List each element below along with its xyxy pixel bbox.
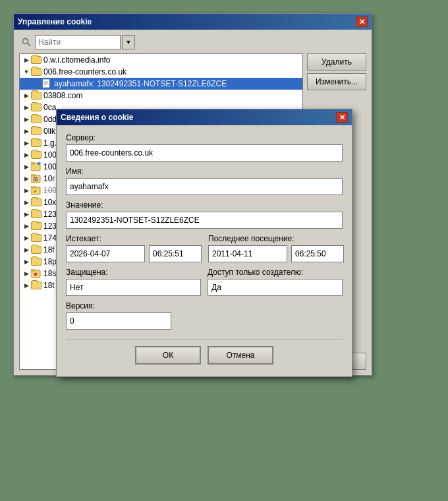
search-icon-wrap xyxy=(19,35,34,49)
protected-input[interactable] xyxy=(66,279,201,296)
folder-icon xyxy=(31,67,42,76)
detail-title: Сведения о cookie xyxy=(61,113,134,122)
tree-arrow: ▶ xyxy=(22,222,30,230)
folder-icon xyxy=(31,150,42,160)
access-label: Доступ только создателю: xyxy=(208,268,343,277)
folder-icon xyxy=(31,91,42,100)
tree-item[interactable]: ▼ 006.free-counters.co.uk xyxy=(20,66,302,78)
globe-folder-icon xyxy=(31,174,42,183)
folder-icon xyxy=(31,245,42,254)
tree-item-label: 1.g. xyxy=(43,138,57,148)
edit-button[interactable]: Изменить... xyxy=(307,73,366,90)
tree-arrow: ▶ xyxy=(22,234,30,242)
lastvisit-col: Последнее посещение: xyxy=(208,234,344,262)
detail-body: Сервер: Имя: Значение: Истекает: Последн… xyxy=(57,125,352,376)
tree-arrow: ▶ xyxy=(22,175,30,183)
detail-close-button[interactable]: ✕ xyxy=(336,112,348,123)
version-input[interactable] xyxy=(66,312,171,330)
detail-buttons-row: ОК Отмена xyxy=(66,339,343,368)
tree-arrow: ▶ xyxy=(22,246,30,254)
tree-item-label: 18t xyxy=(43,281,55,290)
dropdown-arrow: ▼ xyxy=(126,39,132,45)
tree-item-label: 18p xyxy=(43,257,57,266)
tree-arrow: ▶ xyxy=(22,139,30,147)
svg-text:✓: ✓ xyxy=(33,189,38,194)
tree-item-label: 18s xyxy=(43,269,56,278)
folder-icon xyxy=(31,115,42,124)
file-icon xyxy=(42,79,52,88)
folder-icon xyxy=(31,103,42,112)
svg-rect-15 xyxy=(31,186,35,188)
tree-item[interactable]: ▶ 03808.com xyxy=(20,90,302,102)
tree-item-label: 0ca xyxy=(43,103,56,112)
tree-item-label: 123 xyxy=(43,221,57,231)
tree-item-label: 0.w.i.cltomedia.info xyxy=(43,55,110,65)
folder-special2-icon xyxy=(31,269,42,278)
tree-arrow: ▶ xyxy=(22,187,30,194)
expires-date-input[interactable] xyxy=(66,245,145,262)
tree-arrow: ▶ xyxy=(22,281,30,289)
tree-item-label: 10r xyxy=(43,174,55,183)
main-close-button[interactable]: ✕ xyxy=(356,16,368,27)
tree-arrow: ▶ xyxy=(22,258,30,266)
expires-col: Истекает: xyxy=(66,234,202,262)
folder-icon xyxy=(31,281,42,290)
tree-arrow: ▶ xyxy=(22,127,30,135)
lastvisit-label: Последнее посещение: xyxy=(208,234,344,243)
folder-special-icon xyxy=(31,162,42,171)
value-label: Значение: xyxy=(66,200,343,210)
version-label: Версия: xyxy=(66,301,343,310)
folder-icon xyxy=(31,233,42,243)
tree-item-label: 006.free-counters.co.uk xyxy=(43,67,126,76)
svg-rect-18 xyxy=(31,269,35,271)
tree-item-label: 100 xyxy=(43,186,57,195)
tree-arrow: ▶ xyxy=(22,270,30,278)
main-title: Управление cookie xyxy=(18,17,92,26)
search-input[interactable] xyxy=(35,35,121,49)
lastvisit-time-input[interactable] xyxy=(291,245,344,262)
expires-time-input[interactable] xyxy=(149,245,202,262)
folder-icon xyxy=(31,198,42,207)
search-icon xyxy=(22,38,31,47)
delete-button[interactable]: Удалить xyxy=(307,53,366,71)
expires-date-time xyxy=(66,245,202,262)
access-input[interactable] xyxy=(208,279,343,296)
folder-icon xyxy=(31,127,42,136)
cancel-button[interactable]: Отмена xyxy=(208,346,273,365)
name-input[interactable] xyxy=(66,178,343,195)
folder-icon xyxy=(31,221,42,231)
protected-col: Защищена: xyxy=(66,268,201,296)
check-folder-svg: ✓ xyxy=(31,186,42,195)
tree-item-label: 03808.com xyxy=(43,91,82,100)
protected-access-row: Защищена: Доступ только создателю: xyxy=(66,268,343,296)
tree-arrow: ▶ xyxy=(22,163,30,171)
tree-item[interactable]: ▶ 0.w.i.cltomedia.info xyxy=(20,54,302,66)
svg-point-0 xyxy=(23,39,28,44)
folder-check-icon: ✓ xyxy=(31,186,42,195)
svg-point-8 xyxy=(37,162,41,165)
svg-point-19 xyxy=(34,273,38,276)
globe-svg xyxy=(31,174,42,183)
detail-title-bar: Сведения о cookie ✕ xyxy=(57,109,352,125)
name-label: Имя: xyxy=(66,167,343,176)
protected-label: Защищена: xyxy=(66,268,201,277)
tree-item-label: 174 xyxy=(43,233,57,243)
tree-item-label: 10x xyxy=(43,198,56,207)
special2-svg xyxy=(31,269,42,278)
tree-item-selected[interactable]: ▶ ayahamafx: 1302492351-NOTSET-S12ZLE6ZC… xyxy=(20,78,302,90)
search-dropdown[interactable]: ▼ xyxy=(122,35,135,49)
access-col: Доступ только создателю: xyxy=(208,268,343,296)
tree-item-label: 0lik xyxy=(43,127,55,136)
folder-icon xyxy=(31,257,42,266)
expires-label: Истекает: xyxy=(66,234,202,243)
server-input[interactable] xyxy=(66,144,343,162)
folder-icon xyxy=(31,138,42,148)
tree-item-label: 123 xyxy=(43,210,57,219)
lastvisit-date-time xyxy=(208,245,344,262)
lastvisit-date-input[interactable] xyxy=(208,245,287,262)
file-svg xyxy=(42,79,51,88)
ok-button[interactable]: ОК xyxy=(135,346,201,365)
value-input[interactable] xyxy=(66,212,343,229)
folder-icon xyxy=(31,210,42,219)
tree-arrow: ▶ xyxy=(22,210,30,218)
